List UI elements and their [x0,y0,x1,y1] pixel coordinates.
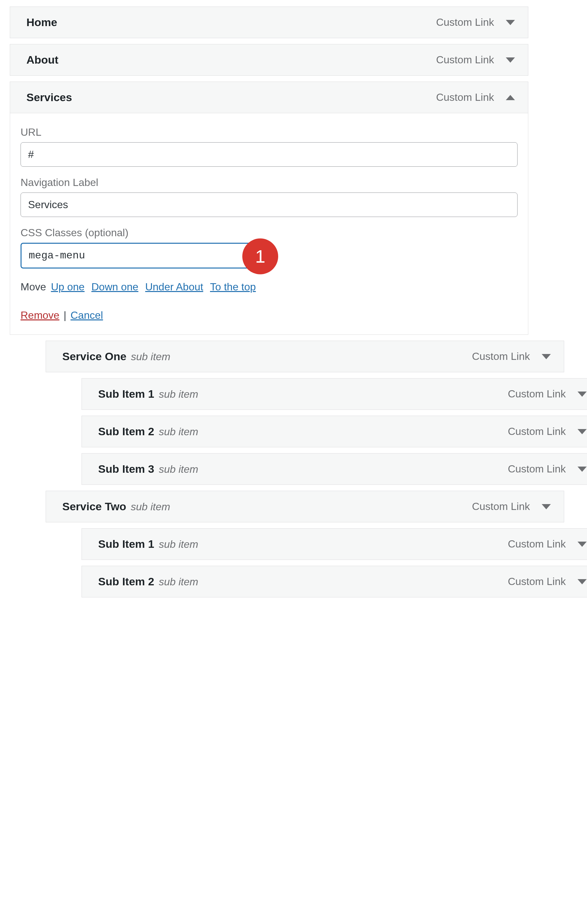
menu-item-type: Custom Link [436,91,494,104]
menu-item-type: Custom Link [472,500,530,513]
menu-item-left: Sub Item 2sub item [98,575,198,588]
menu-item-subitem: sub item [159,538,198,550]
menu-item-left: Home [26,16,57,29]
menu-item-subitem: sub item [159,463,198,475]
menu-item-type: Custom Link [436,54,494,66]
chevron-down-icon[interactable] [506,20,515,25]
css-label: CSS Classes (optional) [21,227,518,239]
menu-item: Sub Item 1sub itemCustom Link [82,378,587,410]
menu-item-type: Custom Link [508,388,566,400]
menu-item-title: About [26,53,58,66]
menu-item-type: Custom Link [508,463,566,475]
menu-item: Sub Item 2sub itemCustom Link [82,566,587,597]
css-input-wrap: 1 [21,243,255,278]
menu-item-type: Custom Link [472,350,530,363]
menu-item-subitem: sub item [159,388,198,400]
menu-item-handle[interactable]: ServicesCustom Link [10,82,528,113]
remove-link[interactable]: Remove [21,309,59,321]
menu-item-type: Custom Link [508,538,566,550]
menu-item-handle[interactable]: Sub Item 2sub itemCustom Link [82,566,587,597]
menu-item-title: Sub Item 2 [98,575,154,588]
menu-item-right: Custom Link [508,576,587,587]
move-row: Move Up one Down one Under About To the … [21,281,518,293]
menu-item: Service Onesub itemCustom Link [46,341,564,372]
menu-item-right: Custom Link [508,426,587,437]
chevron-down-icon[interactable] [577,541,587,547]
move-up-link[interactable]: Up one [51,281,84,293]
menu-item-type: Custom Link [508,576,566,587]
navigation-label-input[interactable] [21,193,518,217]
menu-item-subitem: sub item [159,576,198,588]
annotation-badge: 1 [242,238,278,274]
actions-row: Remove | Cancel [21,309,518,322]
menu-item-left: Sub Item 2sub item [98,425,198,438]
menu-item-right: Custom Link [508,388,587,400]
separator: | [64,309,66,321]
menu-item-left: Service Twosub item [62,500,170,513]
css-classes-input[interactable] [21,243,255,269]
menu-item-settings: URL Navigation Label CSS Classes (option… [10,113,528,335]
chevron-down-icon[interactable] [506,58,515,63]
move-under-link[interactable]: Under About [145,281,203,293]
menu-item-subitem: sub item [131,351,171,363]
menu-item-right: Custom Link [436,16,515,28]
menu-item-title: Sub Item 3 [98,463,154,475]
menu-item-left: Sub Item 3sub item [98,463,198,475]
menu-item-title: Sub Item 1 [98,388,154,400]
menu-item-handle[interactable]: Sub Item 1sub itemCustom Link [82,528,587,559]
chevron-down-icon[interactable] [577,467,587,472]
menu-item-subitem: sub item [159,426,198,438]
nav-label: Navigation Label [21,177,518,188]
menu-item-title: Service Two [62,500,126,513]
menu-item-right: Custom Link [508,538,587,550]
move-down-link[interactable]: Down one [91,281,138,293]
menu-item: Sub Item 2sub itemCustom Link [82,416,587,447]
cancel-link[interactable]: Cancel [71,309,103,321]
menu-item: HomeCustom Link [10,7,528,38]
menu-item-handle[interactable]: Sub Item 2sub itemCustom Link [82,416,587,447]
menu-item: Service Twosub itemCustom Link [46,491,564,522]
chevron-down-icon[interactable] [542,354,551,359]
move-label: Move [21,281,46,293]
menu-item-right: Custom Link [436,54,515,66]
menu-item-handle[interactable]: AboutCustom Link [10,45,528,75]
menu-item: AboutCustom Link [10,44,528,76]
menu-item-title: Services [26,91,72,104]
menu-item-title: Service One [62,350,127,363]
menu-item-right: Custom Link [472,350,551,363]
menu-item-handle[interactable]: Sub Item 3sub itemCustom Link [82,454,587,485]
menu-item-right: Custom Link [472,500,551,513]
menu-item-left: About [26,53,58,66]
menu-item-left: Sub Item 1sub item [98,388,198,400]
menu-item-type: Custom Link [436,16,494,28]
menu-item-title: Home [26,16,57,29]
chevron-down-icon[interactable] [577,429,587,434]
menu-item-handle[interactable]: HomeCustom Link [10,7,528,38]
menu-item-left: Services [26,91,72,104]
menu-item-handle[interactable]: Service Twosub itemCustom Link [46,491,564,522]
menu-item-title: Sub Item 2 [98,425,154,438]
chevron-down-icon[interactable] [577,579,587,584]
move-top-link[interactable]: To the top [210,281,256,293]
menu-item-title: Sub Item 1 [98,538,154,550]
menu-item-left: Sub Item 1sub item [98,538,198,550]
url-label: URL [21,126,518,139]
menu-item: ServicesCustom Link URL Navigation Label… [10,82,528,335]
menu-item-type: Custom Link [508,426,566,437]
menu-item-subitem: sub item [131,501,170,513]
chevron-up-icon[interactable] [506,95,515,100]
menu-item-handle[interactable]: Sub Item 1sub itemCustom Link [82,378,587,409]
menu-item-right: Custom Link [508,463,587,475]
menu-item-handle[interactable]: Service Onesub itemCustom Link [46,341,564,372]
menu-item: Sub Item 3sub itemCustom Link [82,453,587,485]
menu-item: Sub Item 1sub itemCustom Link [82,528,587,560]
menu-item-right: Custom Link [436,91,515,104]
menu-item-left: Service Onesub item [62,350,171,363]
url-input[interactable] [21,142,518,167]
chevron-down-icon[interactable] [542,504,551,509]
chevron-down-icon[interactable] [577,391,587,397]
